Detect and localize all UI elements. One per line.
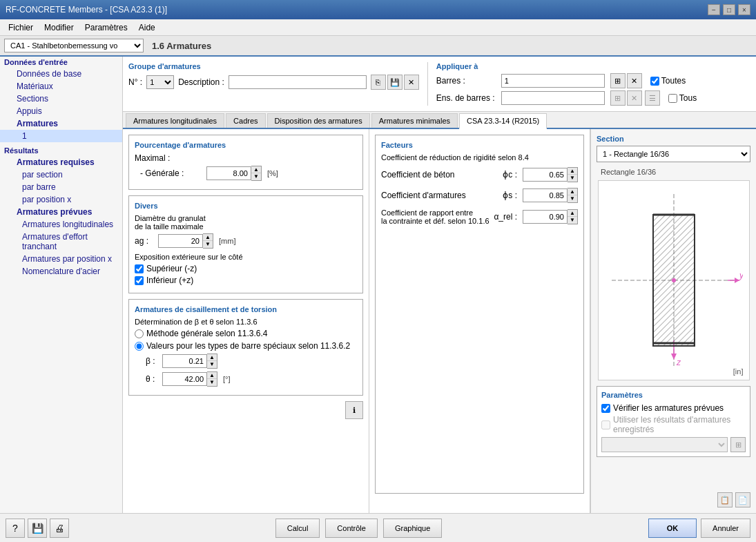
copy-icon[interactable]: ⎘ (371, 75, 386, 90)
groupe-title: Groupe d'armatures (128, 62, 419, 70)
save-icon-btn[interactable]: 💾 (28, 519, 47, 538)
info-icon[interactable]: ℹ (345, 401, 363, 419)
valeurs-radio[interactable] (135, 342, 144, 351)
generale-up[interactable]: ▲ (251, 166, 261, 173)
module-row: CA1 - Stahlbetonbemessung vo 1.6 Armatur… (0, 36, 756, 57)
armatures-up[interactable]: ▲ (568, 188, 577, 195)
section-dropdown[interactable]: 1 - Rectangle 16/36 (597, 146, 750, 162)
sidebar-item-armatures-effort[interactable]: Armatures d'effort tranchant (0, 231, 122, 253)
beton-up[interactable]: ▲ (568, 168, 577, 175)
beta-input[interactable] (162, 354, 207, 368)
sidebar-item-materiaux[interactable]: Matériaux (0, 80, 122, 93)
sidebar-item-armatures-1[interactable]: 1 (0, 130, 122, 142)
section-title: 1.6 Armatures (152, 41, 211, 51)
menu-bar: Fichier Modifier Paramètres Aide (0, 19, 756, 36)
sidebar-item-armatures[interactable]: Armatures (0, 117, 122, 130)
main-layout: Données d'entrée Données de base Matéria… (0, 57, 756, 513)
section-title: Section (597, 135, 750, 143)
theta-label: θ : (146, 374, 159, 384)
toutes-checkbox[interactable] (650, 77, 659, 86)
parametres-section: Paramètres Vérifier les armatures prévue… (597, 386, 750, 457)
sidebar-item-appuis[interactable]: Appuis (0, 105, 122, 117)
annuler-button[interactable]: Annuler (701, 519, 750, 538)
ag-down[interactable]: ▼ (203, 241, 213, 248)
menu-modifier[interactable]: Modifier (39, 19, 79, 35)
menu-parametres[interactable]: Paramètres (79, 19, 133, 35)
sidebar-item-armatures-requises[interactable]: Armatures requises (0, 156, 122, 168)
menu-fichier[interactable]: Fichier (3, 19, 39, 35)
minimize-button[interactable]: − (708, 4, 720, 15)
n-dropdown[interactable]: 1 (146, 75, 174, 89)
beton-input[interactable] (523, 168, 568, 182)
pourcentage-section: Pourcentage d'armatures Maximal : - Géné… (128, 135, 363, 190)
rapport-input[interactable] (523, 210, 568, 224)
save-icon[interactable]: 💾 (387, 75, 403, 90)
help-icon-btn[interactable]: ? (6, 519, 25, 538)
right-icon-2[interactable]: 📄 (735, 492, 750, 507)
generale-down[interactable]: ▼ (251, 173, 261, 180)
tab-disposition[interactable]: Disposition des armatures (267, 113, 370, 128)
close-button[interactable]: × (738, 4, 750, 15)
theta-input[interactable] (162, 372, 207, 386)
desc-input[interactable] (229, 75, 367, 89)
facteurs-panel: Facteurs Coefficient de réduction de rig… (369, 129, 590, 513)
sidebar-item-armatures-position[interactable]: Armatures par position x (0, 253, 122, 265)
theta-down[interactable]: ▼ (207, 379, 217, 386)
armatures-down[interactable]: ▼ (568, 195, 577, 202)
theta-unit: [°] (223, 375, 231, 383)
ok-button[interactable]: OK (648, 519, 697, 538)
delete-icon[interactable]: ✕ (404, 75, 419, 90)
sidebar-item-donnees-base[interactable]: Données de base (0, 68, 122, 80)
verifier-checkbox[interactable] (601, 404, 610, 413)
tab-armatures-min[interactable]: Armatures minimales (371, 113, 458, 128)
sidebar-item-par-section[interactable]: par section (0, 168, 122, 181)
right-icon-1[interactable]: 📋 (717, 492, 733, 507)
utiliser-icon: ⊞ (730, 437, 746, 452)
sidebar-item-armatures-prevues[interactable]: Armatures prévues (0, 206, 122, 218)
n-label: N° : (128, 77, 142, 87)
beta-up[interactable]: ▲ (207, 354, 217, 361)
rapport-down[interactable]: ▼ (568, 217, 577, 224)
armatures-input[interactable] (523, 188, 568, 202)
beta-down[interactable]: ▼ (207, 361, 217, 368)
beton-down[interactable]: ▼ (568, 175, 577, 182)
maximize-button[interactable]: □ (723, 4, 735, 15)
calcul-button[interactable]: Calcul (275, 519, 320, 538)
sidebar-item-armatures-long[interactable]: Armatures longitudinales (0, 218, 122, 231)
barres-select-icon[interactable]: ⊞ (610, 73, 626, 88)
tab-bar: Armatures longitudinales Cadres Disposit… (123, 112, 756, 129)
tous-label: Tous (679, 93, 697, 103)
tab-csa[interactable]: CSA 23.3-14 (R2015) (459, 113, 547, 129)
params-title: Paramètres (601, 391, 746, 399)
inferieur-checkbox[interactable] (135, 276, 144, 285)
tab-cadres[interactable]: Cadres (226, 113, 265, 128)
generale-label: - Générale : (135, 168, 204, 178)
generale-input[interactable] (206, 166, 251, 180)
divers-title: Divers (135, 202, 357, 210)
sidebar-item-sections[interactable]: Sections (0, 93, 122, 105)
superieur-checkbox[interactable] (135, 264, 144, 273)
ag-input[interactable] (158, 234, 203, 248)
barres-delete-icon[interactable]: ✕ (627, 73, 642, 88)
bottom-toolbar: ? 💾 🖨 Calcul Contrôle Graphique OK Annul… (0, 513, 756, 542)
controle-button[interactable]: Contrôle (325, 519, 378, 538)
theta-spinner: ▲ ▼ (207, 371, 217, 387)
sidebar-item-par-barre[interactable]: par barre (0, 181, 122, 193)
valeurs-label: Valeurs pour les types de barre spéciaux… (146, 341, 350, 351)
tous-checkbox[interactable] (668, 94, 677, 103)
print-icon-btn[interactable]: 🖨 (50, 519, 69, 538)
module-dropdown[interactable]: CA1 - Stahlbetonbemessung vo (4, 39, 144, 52)
theta-up[interactable]: ▲ (207, 372, 217, 379)
ag-up[interactable]: ▲ (203, 234, 213, 241)
exposition-label: Exposition extérieure sur le côté (135, 253, 357, 261)
tab-armatures-long[interactable]: Armatures longitudinales (126, 113, 224, 128)
cisaillement-section: Armatures de cisaillement et de torsion … (128, 299, 363, 396)
graphique-button[interactable]: Graphique (383, 519, 442, 538)
sidebar-item-par-position-x[interactable]: par position x (0, 193, 122, 206)
rapport-up[interactable]: ▲ (568, 210, 577, 217)
sidebar-item-nomenclature[interactable]: Nomenclature d'acier (0, 265, 122, 278)
methode-radio[interactable] (135, 329, 144, 338)
superieur-label: Supérieur (-z) (146, 264, 197, 273)
menu-aide[interactable]: Aide (133, 19, 161, 35)
barres-input[interactable] (501, 74, 605, 88)
